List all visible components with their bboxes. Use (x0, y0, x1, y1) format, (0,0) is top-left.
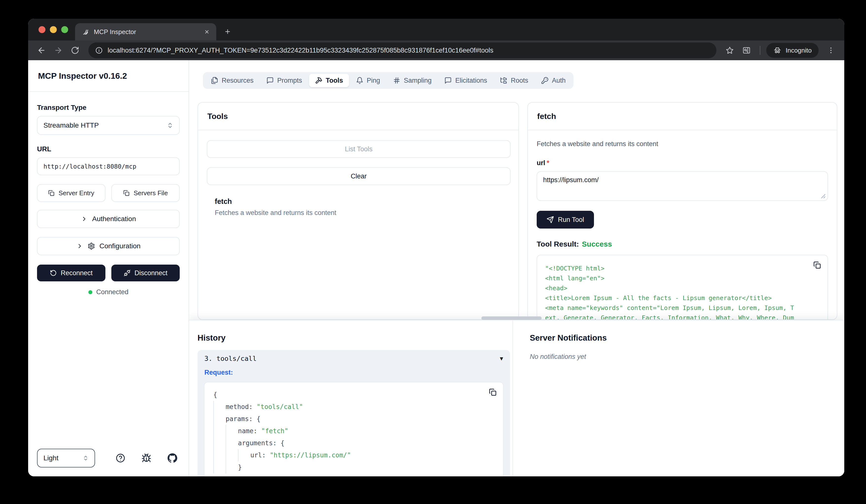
tool-name: fetch (215, 198, 510, 205)
tab-close-icon[interactable] (202, 27, 211, 36)
url-param-value: https://lipsum.com/ (543, 176, 599, 183)
browser-tab[interactable]: MCP Inspector (75, 23, 216, 41)
folder-tree-icon (500, 77, 507, 84)
result-line: <meta name="keywords" content="Lorem Ips… (545, 303, 820, 313)
tool-detail-panel: fetch Fetches a website and returns its … (527, 102, 837, 320)
configuration-label: Configuration (99, 242, 141, 250)
site-info-icon[interactable] (95, 47, 103, 54)
github-icon[interactable] (165, 450, 180, 467)
theme-select[interactable]: Light (37, 449, 95, 468)
unplug-icon (124, 270, 131, 277)
tab-label: Roots (511, 77, 528, 85)
forward-icon[interactable] (51, 43, 66, 58)
status-label: Connected (96, 288, 129, 296)
history-entry-header[interactable]: 3. tools/call ▼ (198, 350, 510, 367)
transport-type-label: Transport Type (37, 104, 180, 112)
authentication-toggle[interactable]: Authentication (37, 210, 180, 228)
bug-icon[interactable] (139, 450, 154, 467)
tool-result-label: Tool Result: (537, 240, 579, 248)
incognito-icon (773, 46, 781, 55)
result-line: ext, Generate, Generator, Facts, Informa… (545, 313, 820, 320)
disconnect-button[interactable]: Disconnect (111, 265, 180, 281)
chevron-up-down-icon (83, 455, 89, 461)
url-param-input[interactable]: https://lipsum.com/ (537, 171, 828, 201)
new-tab-button[interactable] (220, 24, 235, 39)
bookmark-star-icon[interactable] (722, 43, 737, 58)
gear-icon (88, 242, 95, 250)
sidebar: MCP Inspector v0.16.2 Transport Type Str… (28, 60, 189, 477)
theme-value: Light (43, 454, 58, 462)
tab-roots[interactable]: Roots (494, 74, 534, 87)
browser-window: MCP Inspector (28, 19, 844, 477)
json-row: method:"tools/call" (211, 401, 496, 413)
no-notifications-message: No notifications yet (530, 353, 844, 361)
connection-status: Connected (37, 288, 180, 296)
tool-list-item[interactable]: fetch Fetches a website and returns its … (215, 198, 510, 217)
window-controls (28, 19, 75, 41)
browser-menu-icon[interactable] (823, 43, 839, 58)
tab-elicitations[interactable]: Elicitations (438, 74, 493, 87)
tab-auth[interactable]: Auth (535, 74, 572, 87)
server-entry-button[interactable]: Server Entry (37, 184, 106, 202)
mcp-logo-icon (82, 28, 89, 35)
servers-file-button[interactable]: Servers File (111, 184, 180, 202)
tab-prompts[interactable]: Prompts (260, 74, 308, 87)
required-mark: * (547, 159, 549, 167)
tab-label: Prompts (277, 77, 302, 85)
copy-icon (48, 190, 55, 196)
mcp-inspector-app: MCP Inspector v0.16.2 Transport Type Str… (28, 60, 844, 477)
tool-detail-title: fetch (528, 103, 837, 130)
list-tools-button[interactable]: List Tools (207, 140, 511, 158)
copy-icon[interactable] (489, 388, 497, 396)
help-icon[interactable] (113, 450, 128, 467)
tab-label: Elicitations (455, 77, 487, 85)
json-row: { (211, 389, 496, 401)
minimize-window-button[interactable] (50, 26, 57, 33)
url-text: localhost:6274/?MCP_PROXY_AUTH_TOKEN=9e7… (108, 47, 493, 54)
tool-detail-description: Fetches a website and returns its conten… (537, 140, 828, 148)
tab-resources[interactable]: Resources (205, 74, 259, 87)
tab-label: Auth (552, 77, 566, 85)
copy-icon[interactable] (813, 261, 821, 269)
server-url-input[interactable] (37, 157, 180, 175)
run-tool-label: Run Tool (558, 216, 584, 224)
tab-ping[interactable]: Ping (350, 74, 386, 87)
hash-icon (393, 77, 400, 84)
reload-icon[interactable] (68, 43, 82, 58)
side-panel-search-icon[interactable] (739, 43, 754, 58)
request-json-viewer: { method:"tools/call" params:{ name:"fet… (204, 382, 503, 477)
hammer-icon (315, 77, 322, 84)
send-icon (546, 216, 554, 223)
tab-label: Tools (326, 77, 343, 85)
address-bar[interactable]: localhost:6274/?MCP_PROXY_AUTH_TOKEN=9e7… (88, 43, 717, 58)
clear-button[interactable]: Clear (207, 167, 511, 185)
configuration-toggle[interactable]: Configuration (37, 237, 180, 255)
incognito-label: Incognito (786, 47, 812, 54)
tab-label: Sampling (404, 77, 432, 85)
browser-toolbar: localhost:6274/?MCP_PROXY_AUTH_TOKEN=9e7… (28, 41, 844, 60)
tools-panel-title: Tools (198, 103, 519, 130)
result-line: <title>Lorem Ipsum - All the facts - Lip… (545, 293, 820, 303)
browser-tabstrip: MCP Inspector (28, 19, 844, 41)
toolbar-divider (760, 46, 760, 55)
tab-sampling[interactable]: Sampling (387, 74, 438, 87)
back-icon[interactable] (34, 43, 49, 58)
result-line: <head> (545, 283, 820, 293)
zoom-window-button[interactable] (61, 26, 68, 33)
reconnect-button[interactable]: Reconnect (37, 265, 106, 281)
server-notifications-title: Server Notifications (530, 333, 844, 343)
app-title: MCP Inspector v0.16.2 (28, 60, 189, 92)
history-entry: 3. tools/call ▼ Request: { method:"tools… (198, 350, 510, 477)
json-row: url:"https://lipsum.com/" (211, 449, 496, 461)
close-window-button[interactable] (38, 26, 45, 33)
collapse-caret-icon[interactable]: ▼ (500, 356, 503, 361)
run-tool-button[interactable]: Run Tool (537, 211, 594, 228)
status-dot (88, 290, 92, 294)
tab-tools[interactable]: Tools (309, 74, 349, 87)
reconnect-label: Reconnect (61, 269, 92, 277)
transport-type-select[interactable]: Streamable HTTP (37, 116, 180, 135)
servers-file-label: Servers File (134, 189, 168, 197)
horizontal-scrollbar[interactable] (481, 316, 542, 320)
resize-handle-icon[interactable] (821, 194, 825, 199)
server-notifications-pane: Server Notifications No notifications ye… (513, 321, 844, 477)
